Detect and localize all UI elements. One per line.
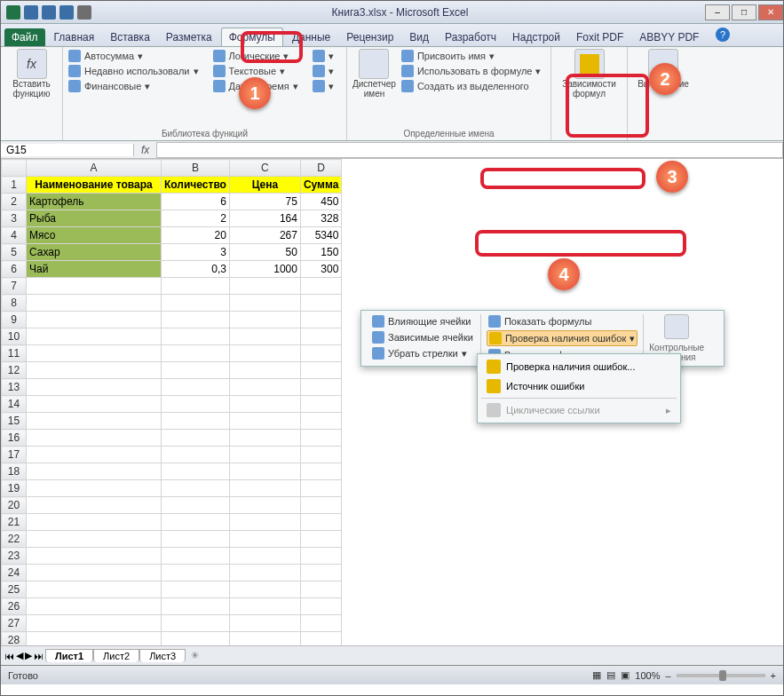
cell[interactable]: 1000 bbox=[229, 261, 300, 278]
row-header[interactable]: 5 bbox=[2, 244, 27, 261]
cell[interactable] bbox=[162, 447, 230, 463]
row-header[interactable]: 28 bbox=[2, 632, 27, 646]
cell[interactable] bbox=[27, 497, 162, 514]
cell[interactable] bbox=[229, 565, 300, 581]
cell[interactable] bbox=[27, 295, 162, 312]
row-header[interactable]: 27 bbox=[2, 615, 27, 632]
zoom-slider[interactable] bbox=[677, 674, 765, 677]
tab-рецензир[interactable]: Рецензир bbox=[339, 28, 400, 46]
assign-name-button[interactable]: Присвоить имя▾ bbox=[401, 49, 542, 63]
cell[interactable] bbox=[300, 430, 341, 447]
cell[interactable] bbox=[27, 581, 162, 598]
cell[interactable] bbox=[162, 598, 230, 615]
cell[interactable] bbox=[229, 278, 300, 295]
nav-next-icon[interactable]: ▶ bbox=[25, 650, 32, 661]
use-in-formula-button[interactable]: Использовать в формуле▾ bbox=[401, 64, 542, 78]
row-header[interactable]: 26 bbox=[2, 598, 27, 615]
trace-precedents-button[interactable]: Влияющие ячейки bbox=[370, 314, 475, 328]
cell[interactable] bbox=[300, 514, 341, 531]
row-header[interactable]: 9 bbox=[2, 312, 27, 328]
help-icon[interactable]: ? bbox=[716, 28, 730, 42]
cell[interactable] bbox=[229, 413, 300, 430]
row-header[interactable]: 25 bbox=[2, 581, 27, 598]
new-sheet-icon[interactable]: ✳ bbox=[191, 650, 199, 661]
cell[interactable] bbox=[229, 598, 300, 615]
cell[interactable] bbox=[27, 514, 162, 531]
formula-auditing-button[interactable] bbox=[574, 49, 605, 79]
cell[interactable] bbox=[229, 447, 300, 463]
cell[interactable]: 267 bbox=[229, 227, 300, 244]
error-check-item[interactable]: Проверка наличия ошибок... bbox=[478, 357, 680, 376]
tab-формулы[interactable]: Формулы bbox=[221, 28, 283, 46]
calculation-button[interactable] bbox=[648, 49, 678, 79]
cell[interactable]: 6 bbox=[162, 194, 230, 210]
watch-window-button[interactable] bbox=[664, 314, 689, 339]
cell[interactable] bbox=[229, 345, 300, 362]
cell[interactable]: Количество bbox=[162, 177, 230, 194]
row-header[interactable]: 14 bbox=[2, 396, 27, 413]
cell[interactable]: 20 bbox=[162, 227, 230, 244]
text-button[interactable]: Текстовые▾ bbox=[213, 64, 298, 78]
cell[interactable]: Чай bbox=[27, 261, 162, 278]
cell[interactable] bbox=[27, 328, 162, 345]
show-formulas-button[interactable]: Показать формулы bbox=[487, 314, 637, 328]
view-break-icon[interactable]: ▣ bbox=[621, 669, 630, 681]
cell[interactable] bbox=[162, 565, 230, 581]
tab-разработч[interactable]: Разработч bbox=[438, 28, 503, 46]
cell[interactable] bbox=[27, 413, 162, 430]
cell[interactable] bbox=[27, 632, 162, 646]
cell[interactable] bbox=[229, 430, 300, 447]
cell[interactable]: 50 bbox=[229, 244, 300, 261]
cell[interactable] bbox=[27, 278, 162, 295]
cell[interactable] bbox=[162, 581, 230, 598]
cell[interactable] bbox=[162, 278, 230, 295]
cell[interactable] bbox=[229, 396, 300, 413]
nav-prev-icon[interactable]: ◀ bbox=[16, 650, 23, 661]
print-icon[interactable] bbox=[77, 5, 91, 20]
cell[interactable] bbox=[229, 581, 300, 598]
row-header[interactable]: 24 bbox=[2, 565, 27, 581]
cell[interactable] bbox=[300, 497, 341, 514]
cell[interactable] bbox=[27, 379, 162, 396]
trace-dependents-button[interactable]: Зависимые ячейки bbox=[370, 330, 475, 344]
lookup-button[interactable]: ▾ bbox=[313, 49, 334, 63]
cell[interactable] bbox=[27, 345, 162, 362]
cell[interactable] bbox=[300, 447, 341, 463]
col-header-B[interactable]: B bbox=[162, 160, 230, 177]
recent-button[interactable]: Недавно использовали▾ bbox=[68, 64, 199, 78]
cell[interactable] bbox=[27, 565, 162, 581]
cell[interactable] bbox=[300, 396, 341, 413]
cell[interactable] bbox=[162, 345, 230, 362]
select-all-corner[interactable] bbox=[2, 160, 27, 177]
cell[interactable]: Сумма bbox=[300, 177, 341, 194]
cell[interactable] bbox=[229, 615, 300, 632]
tab-главная[interactable]: Главная bbox=[47, 28, 102, 46]
cell[interactable]: Рыба bbox=[27, 210, 162, 227]
row-header[interactable]: 16 bbox=[2, 430, 27, 447]
cell[interactable] bbox=[162, 312, 230, 328]
cell[interactable] bbox=[300, 413, 341, 430]
cell[interactable]: 300 bbox=[300, 261, 341, 278]
row-header[interactable]: 15 bbox=[2, 413, 27, 430]
cell[interactable] bbox=[162, 615, 230, 632]
cell[interactable] bbox=[300, 362, 341, 379]
cell[interactable] bbox=[27, 598, 162, 615]
view-normal-icon[interactable]: ▦ bbox=[592, 669, 601, 681]
insert-function-button[interactable]: fx bbox=[17, 49, 47, 79]
cell[interactable] bbox=[229, 514, 300, 531]
cell[interactable] bbox=[229, 362, 300, 379]
zoom-in-button[interactable]: + bbox=[771, 670, 776, 681]
row-header[interactable]: 19 bbox=[2, 480, 27, 497]
tab-вид[interactable]: Вид bbox=[402, 28, 436, 46]
tab-вставка[interactable]: Вставка bbox=[103, 28, 157, 46]
cell[interactable] bbox=[229, 463, 300, 480]
cell[interactable]: 150 bbox=[300, 244, 341, 261]
name-box[interactable]: G15 bbox=[1, 144, 134, 156]
tab-данные[interactable]: Данные bbox=[285, 28, 337, 46]
more-button[interactable]: ▾ bbox=[313, 79, 334, 93]
row-header[interactable]: 20 bbox=[2, 497, 27, 514]
date-button[interactable]: Дата и время▾ bbox=[213, 79, 298, 93]
cell[interactable] bbox=[229, 531, 300, 548]
row-header[interactable]: 13 bbox=[2, 379, 27, 396]
cell[interactable] bbox=[300, 480, 341, 497]
